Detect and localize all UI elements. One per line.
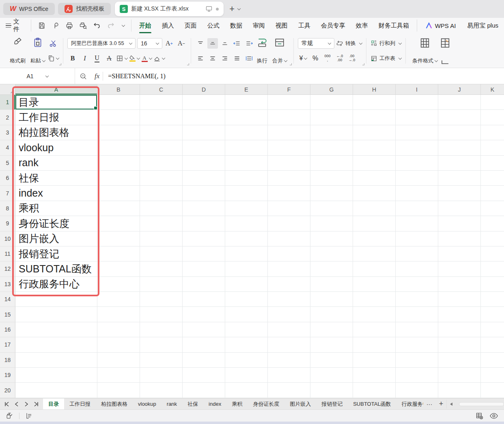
cell-K11[interactable]	[481, 246, 504, 261]
cell-E17[interactable]	[225, 337, 268, 352]
cell-A14[interactable]	[15, 292, 97, 307]
sheet-tab-柏拉图表格[interactable]: 柏拉图表格	[96, 398, 133, 409]
format-painter-button[interactable]: 格式刷	[7, 36, 28, 66]
tab-document-active[interactable]: S 新建 XLSX 工作表.xlsx	[115, 2, 224, 16]
cell-E15[interactable]	[225, 307, 268, 322]
cell-J19[interactable]	[438, 368, 481, 383]
cell-F1[interactable]	[268, 95, 310, 110]
more-sheets-button[interactable]: ···	[423, 398, 436, 409]
cell-E1[interactable]	[225, 95, 268, 110]
cell-B3[interactable]	[97, 125, 140, 140]
cell-D20[interactable]	[183, 383, 225, 398]
align-middle-button[interactable]	[207, 38, 218, 49]
cell-H9[interactable]	[353, 216, 396, 231]
cell-F4[interactable]	[268, 140, 310, 155]
cell-H19[interactable]	[353, 368, 396, 383]
cell-E8[interactable]	[225, 201, 268, 216]
cell-C7[interactable]	[140, 186, 183, 201]
cell-A11[interactable]: 报销登记	[15, 246, 97, 261]
underline-button[interactable]: U	[92, 53, 102, 64]
cell-H15[interactable]	[353, 307, 396, 322]
cell-K9[interactable]	[481, 216, 504, 231]
sheet-tab-rank[interactable]: rank	[162, 398, 182, 409]
cell-J6[interactable]	[438, 171, 481, 186]
cell-F14[interactable]	[268, 292, 310, 307]
cell-F5[interactable]	[268, 156, 310, 171]
clear-format-button[interactable]	[153, 53, 165, 64]
align-bottom-button[interactable]	[220, 38, 230, 49]
cell-J14[interactable]	[438, 292, 481, 307]
cell-A13[interactable]: 行政服务中心	[15, 277, 97, 292]
cell-K19[interactable]	[481, 368, 504, 383]
merge-cells-button[interactable]: 合并	[270, 36, 289, 66]
row-header-13[interactable]: 13	[0, 277, 15, 292]
sheet-tab-身份证长度[interactable]: 身份证长度	[248, 398, 284, 409]
cell-E16[interactable]	[225, 322, 268, 337]
menu-tab-插入[interactable]: 插入	[162, 22, 174, 30]
cell-A5[interactable]: rank	[15, 156, 97, 171]
column-header-A[interactable]: A	[15, 84, 97, 94]
cell-K7[interactable]	[481, 186, 504, 201]
cell-A2[interactable]: 工作日报	[15, 110, 97, 125]
group-expander-icon[interactable]	[187, 63, 189, 65]
cell-B10[interactable]	[97, 231, 140, 246]
cell-K4[interactable]	[481, 140, 504, 155]
number-format-select[interactable]: 常规	[298, 38, 334, 49]
cell-G12[interactable]	[310, 261, 353, 276]
cell-D11[interactable]	[183, 246, 225, 261]
cell-J13[interactable]	[438, 277, 481, 292]
cell-D19[interactable]	[183, 368, 225, 383]
row-header-17[interactable]: 17	[0, 337, 15, 352]
cell-H10[interactable]	[353, 231, 396, 246]
cell-G11[interactable]	[310, 246, 353, 261]
align-top-button[interactable]	[195, 38, 206, 49]
cell-F17[interactable]	[268, 337, 310, 352]
cell-H3[interactable]	[353, 125, 396, 140]
cell-C18[interactable]	[140, 353, 183, 368]
increase-indent-button[interactable]	[244, 38, 254, 49]
percent-button[interactable]: %	[310, 53, 321, 64]
cell-K18[interactable]	[481, 353, 504, 368]
cell-H13[interactable]	[353, 277, 396, 292]
cell-J3[interactable]	[438, 125, 481, 140]
cell-B4[interactable]	[97, 140, 140, 155]
strikethrough-button[interactable]: A	[104, 53, 114, 64]
cell-G15[interactable]	[310, 307, 353, 322]
cell-D16[interactable]	[183, 322, 225, 337]
column-header-K[interactable]: K	[481, 84, 504, 94]
cell-F10[interactable]	[268, 231, 310, 246]
cell-J15[interactable]	[438, 307, 481, 322]
column-header-E[interactable]: E	[225, 84, 268, 94]
cell-I15[interactable]	[396, 307, 438, 322]
menu-tab-审阅[interactable]: 审阅	[253, 22, 265, 30]
cell-C10[interactable]	[140, 231, 183, 246]
yiyongbao-plus-button[interactable]: 易用宝 plus	[467, 22, 498, 30]
cell-C20[interactable]	[140, 383, 183, 398]
cell-H17[interactable]	[353, 337, 396, 352]
cell-H7[interactable]	[353, 186, 396, 201]
cell-K5[interactable]	[481, 156, 504, 171]
cell-G14[interactable]	[310, 292, 353, 307]
cell-I2[interactable]	[396, 110, 438, 125]
cell-G8[interactable]	[310, 201, 353, 216]
cell-J11[interactable]	[438, 246, 481, 261]
cell-C6[interactable]	[140, 171, 183, 186]
sheet-tab-工作日报[interactable]: 工作日报	[64, 398, 96, 409]
row-header-11[interactable]: 11	[0, 246, 15, 261]
cell-B14[interactable]	[97, 292, 140, 307]
cell-J18[interactable]	[438, 353, 481, 368]
cell-K3[interactable]	[481, 125, 504, 140]
fill-color-button[interactable]	[129, 53, 140, 64]
group-expander-icon[interactable]	[290, 63, 292, 65]
cell-H1[interactable]	[353, 95, 396, 110]
cell-D8[interactable]	[183, 201, 225, 216]
cell-B5[interactable]	[97, 156, 140, 171]
cell-F15[interactable]	[268, 307, 310, 322]
cell-I19[interactable]	[396, 368, 438, 383]
next-sheet-button[interactable]	[22, 400, 31, 409]
cell-B6[interactable]	[97, 171, 140, 186]
cell-B9[interactable]	[97, 216, 140, 231]
cell-F8[interactable]	[268, 201, 310, 216]
search-zoom-icon[interactable]	[79, 72, 87, 80]
cell-A9[interactable]: 身份证长度	[15, 216, 97, 231]
